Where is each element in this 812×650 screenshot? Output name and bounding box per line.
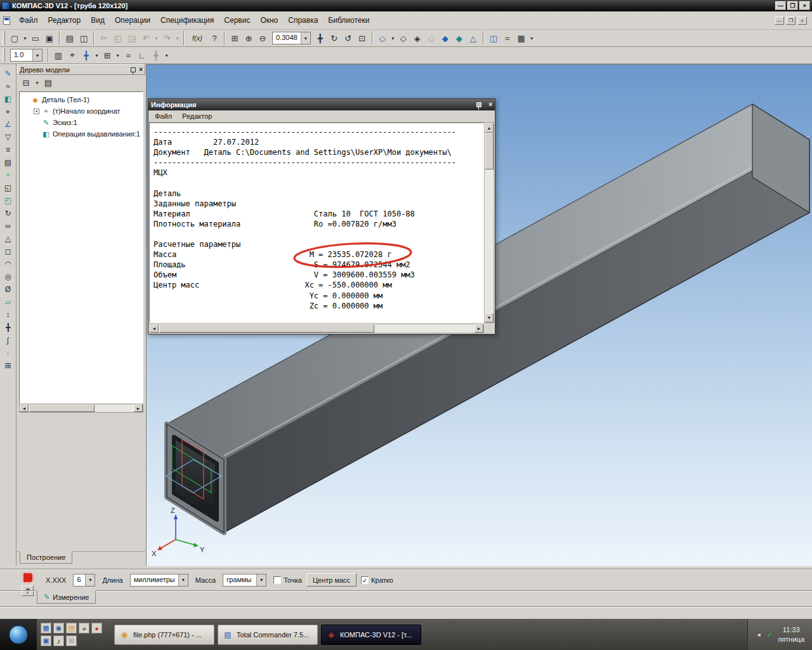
tree-horizontal-scrollbar[interactable]: ◄ ► xyxy=(19,404,143,413)
sheet-body-icon[interactable]: ◱ xyxy=(2,182,15,194)
tree-item[interactable]: ◧ Операция выдавливания:1 xyxy=(20,128,143,140)
close-icon[interactable]: × xyxy=(139,67,143,73)
show-desktop-icon[interactable]: ▦ xyxy=(41,623,51,633)
rotate-view-icon[interactable]: ↻ xyxy=(327,32,341,44)
coordinate-system-icon[interactable]: ╋ xyxy=(2,321,15,333)
zoom-out-icon[interactable]: ⊖ xyxy=(256,32,270,44)
info-content[interactable]: ----------------------------------------… xyxy=(149,123,484,323)
point-checkbox[interactable]: Точка xyxy=(273,576,302,584)
context-help-icon[interactable]: ? xyxy=(207,32,221,44)
variables-icon[interactable]: f(x) xyxy=(187,32,207,44)
tree-item[interactable]: ◆ Деталь (Тел-1) xyxy=(20,94,143,105)
scroll-down-icon[interactable]: ▼ xyxy=(485,313,494,322)
snap-arrow-icon[interactable]: ▾ xyxy=(93,49,100,62)
scrollbar-thumb[interactable] xyxy=(159,324,374,333)
axis-icon[interactable]: ↕ xyxy=(2,308,15,321)
thread-icon[interactable]: Ø xyxy=(2,283,15,295)
current-step-combo[interactable]: 1.0 ▾ xyxy=(10,49,43,62)
close-button[interactable]: × xyxy=(799,1,810,10)
center-mass-button[interactable]: Центр масс xyxy=(306,573,357,587)
start-button[interactable] xyxy=(0,619,37,650)
orientation-arrow-icon[interactable]: ▾ xyxy=(390,32,396,44)
info-menu-file[interactable]: Файл xyxy=(150,111,177,121)
pin-icon[interactable] xyxy=(476,102,481,107)
shell-icon[interactable]: ◻ xyxy=(2,245,15,257)
document-icon[interactable] xyxy=(3,17,10,25)
hole-icon[interactable]: ◎ xyxy=(2,270,15,282)
new-document-icon[interactable]: ▢ xyxy=(8,32,22,44)
scroll-left-icon[interactable]: ◄ xyxy=(20,404,29,412)
precision-dropdown-icon[interactable]: ▾ xyxy=(85,574,95,586)
child-restore-button[interactable]: ❐ xyxy=(786,17,796,25)
length-units-value[interactable]: миллиметры xyxy=(131,574,178,586)
edit-part-icon[interactable]: ✎ xyxy=(2,67,15,79)
checkbox-box[interactable]: ✓ xyxy=(361,576,369,584)
specification-icon[interactable]: ≡ xyxy=(2,143,15,156)
save-quicklaunch-icon[interactable]: ▣ xyxy=(41,635,51,646)
close-icon[interactable]: × xyxy=(488,102,492,108)
refresh-view-icon[interactable]: ↺ xyxy=(341,32,355,44)
taskbar-button-kompas[interactable]: ◈ КОМПАС-3D V12 - [т... xyxy=(321,625,421,645)
scroll-left-icon[interactable]: ◄ xyxy=(150,324,159,333)
redo-arrow-icon[interactable]: ▾ xyxy=(174,32,181,44)
spline-icon[interactable]: ∫ xyxy=(2,334,15,346)
grid-arrow-icon[interactable]: ▾ xyxy=(114,49,121,62)
mass-units-dropdown-icon[interactable]: ▾ xyxy=(256,574,266,586)
info-menu-editor[interactable]: Редактор xyxy=(177,111,217,121)
plane-icon[interactable]: ▱ xyxy=(2,296,15,308)
shaded-wireframe-icon[interactable]: ◆ xyxy=(452,32,466,44)
menu-file[interactable]: Файл xyxy=(14,14,43,27)
point-icon[interactable]: · xyxy=(2,347,15,359)
menu-libraries[interactable]: Библиотеки xyxy=(323,14,374,27)
toolbar-grip[interactable] xyxy=(3,48,5,62)
scroll-right-icon[interactable]: ► xyxy=(134,404,143,412)
fillet-icon[interactable]: ◠ xyxy=(2,258,15,270)
spatial-curves-icon[interactable]: ≈ xyxy=(2,80,15,92)
surfaces-icon[interactable]: ◧ xyxy=(2,93,15,105)
length-units-combo[interactable]: миллиметры ▾ xyxy=(130,574,188,587)
perspective-icon[interactable]: △ xyxy=(466,32,480,44)
precision-value[interactable]: 6 xyxy=(74,574,85,586)
measurements-3d-icon[interactable]: ∠ xyxy=(2,118,15,130)
section-view-icon[interactable]: ◫ xyxy=(487,32,501,44)
toolbar-options-arrow-icon[interactable]: ▾ xyxy=(528,32,535,44)
shaded-icon[interactable]: ◆ xyxy=(438,32,452,44)
print-preview-icon[interactable]: ◫ xyxy=(77,32,91,44)
menu-editor[interactable]: Редактор xyxy=(43,14,86,27)
macro-icon[interactable]: ▦ xyxy=(514,32,528,44)
scrollbar-track[interactable] xyxy=(159,324,475,333)
mass-units-combo[interactable]: граммы ▾ xyxy=(223,574,266,587)
current-step-dropdown-icon[interactable]: ▾ xyxy=(32,50,42,61)
loft-icon[interactable]: ∞ xyxy=(2,220,15,232)
antivirus-tray-icon[interactable]: ✓ xyxy=(766,630,773,639)
menu-specification[interactable]: Спецификация xyxy=(155,14,219,27)
copy-icon[interactable]: ◱ xyxy=(111,32,125,44)
tree-item[interactable]: + ⌖ (т)Начало координат xyxy=(20,105,143,117)
length-units-dropdown-icon[interactable]: ▾ xyxy=(178,574,188,586)
zoom-scale-combo[interactable]: 0.3048 ▾ xyxy=(272,32,311,44)
filters-icon[interactable]: ▽ xyxy=(2,131,15,143)
restore-button[interactable]: ❐ xyxy=(787,1,798,10)
office-quicklaunch-icon[interactable]: ● xyxy=(91,623,102,633)
redo-icon[interactable]: ↷ xyxy=(160,32,174,44)
tree-structure-icon[interactable]: ⊟ xyxy=(19,77,33,90)
pin-icon[interactable] xyxy=(131,67,136,72)
taskbar-button-filephp[interactable]: ◉ file.php (777×671) - ... xyxy=(114,625,214,645)
info-horizontal-scrollbar[interactable]: ◄ ► xyxy=(149,324,484,333)
minimize-button[interactable]: — xyxy=(775,1,786,10)
zoom-scale-value[interactable]: 0.3048 xyxy=(273,32,301,44)
document-properties-icon[interactable]: ▥ xyxy=(51,49,65,62)
revolve-icon[interactable]: ↻ xyxy=(2,207,15,219)
rib-icon[interactable]: △ xyxy=(2,232,15,244)
scrollbar-track[interactable] xyxy=(485,133,494,313)
pan-icon[interactable]: ╋ xyxy=(313,32,327,44)
folder-quicklaunch-icon[interactable]: ▤ xyxy=(66,623,77,633)
child-close-button[interactable]: × xyxy=(797,17,807,25)
cut-icon[interactable]: ✂ xyxy=(97,32,111,44)
paste-icon[interactable]: ◲ xyxy=(125,32,139,44)
hidden-lines-icon[interactable]: ◈ xyxy=(410,32,424,44)
menu-operations[interactable]: Операции xyxy=(110,14,155,27)
grid-icon[interactable]: ⊞ xyxy=(100,49,114,62)
current-options-arrow-icon[interactable]: ▾ xyxy=(163,49,170,62)
menu-window[interactable]: Окно xyxy=(255,14,283,27)
